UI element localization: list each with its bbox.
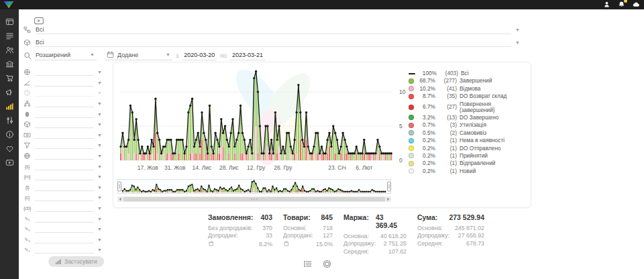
status-filter-select[interactable]: Всі ▼ bbox=[23, 25, 520, 34]
list-view-icon[interactable] bbox=[303, 260, 312, 268]
filter-select-package[interactable]: ▼ bbox=[23, 119, 102, 130]
filter-select-orgchart[interactable]: ▼ bbox=[23, 99, 102, 109]
legend-item-1[interactable]: 68.7%(277)Завершений bbox=[409, 78, 525, 84]
filter-select-pencil-1[interactable]: ✎₁▼ bbox=[23, 213, 102, 224]
legend-percent: 6.7% bbox=[417, 104, 435, 110]
chart-range-navigator[interactable] bbox=[117, 179, 392, 203]
filter-select-pencil-2[interactable]: ✎₂▼ bbox=[23, 224, 102, 235]
search-icon[interactable] bbox=[23, 52, 32, 60]
summary-title: Сума: bbox=[417, 213, 437, 221]
chevron-down-icon: ▼ bbox=[97, 112, 102, 117]
profile-icon[interactable] bbox=[603, 1, 610, 8]
summary-stats: Замовлення:403Без допродажів:370Допродан… bbox=[208, 213, 484, 255]
legend-item-6[interactable]: 0.7%(3)Утилізація bbox=[409, 122, 525, 128]
filter-select-fingerprint[interactable]: ▼ bbox=[23, 109, 102, 119]
product-filter-select[interactable]: Всі ▼ bbox=[23, 38, 520, 47]
filter-select-field-s[interactable]: {s}▼ bbox=[23, 161, 102, 172]
legend-swatch bbox=[409, 115, 414, 120]
legend-count: (1) bbox=[438, 153, 457, 159]
summary-column-2: Товари:845Основні:718Допродані:12715.0% bbox=[283, 213, 333, 255]
pencil-1-icon: ✎₁ bbox=[23, 216, 32, 222]
date-to-input[interactable]: 2023-03-21 bbox=[230, 51, 265, 60]
legend-swatch bbox=[409, 138, 414, 144]
search-mode-value: Розширений bbox=[36, 52, 70, 58]
filter-select-globe[interactable]: ▼ bbox=[23, 151, 102, 162]
chevron-down-icon: ▼ bbox=[97, 133, 102, 137]
sidebar-item-stats[interactable] bbox=[3, 102, 16, 111]
legend-swatch bbox=[409, 78, 414, 84]
apply-button-label: Застосувати bbox=[64, 258, 97, 265]
notifications-bell-icon[interactable] bbox=[618, 1, 625, 8]
search-mode-select[interactable]: Розширений ▼ bbox=[35, 51, 97, 60]
filter-select-field-m[interactable]: {m}▼ bbox=[23, 172, 102, 182]
navigator-right-handle bbox=[388, 182, 391, 191]
sidebar-item-bank[interactable] bbox=[3, 60, 16, 68]
main-sidebar bbox=[0, 9, 19, 279]
legend-item-8[interactable]: 0.2%(1)Нема в наявності bbox=[409, 137, 525, 144]
svg-text:6. Лют: 6. Лют bbox=[356, 164, 372, 171]
sidebar-item-sliders[interactable] bbox=[3, 116, 16, 125]
legend-item-0[interactable]: 100%(403)Всі bbox=[409, 70, 525, 76]
pencil-3-icon: ✎₃ bbox=[23, 237, 32, 243]
summary-value: 273 529.94 bbox=[449, 213, 484, 221]
date-from-input[interactable]: 2020-03-20 bbox=[182, 51, 217, 60]
legend-label: Новий bbox=[460, 168, 476, 174]
banknote-icon bbox=[23, 131, 32, 139]
package-icon bbox=[23, 39, 32, 46]
chart-legend: 100%(403)Всі68.7%(277)Завершений10.2%(41… bbox=[409, 70, 525, 174]
sidebar-item-orders[interactable] bbox=[3, 32, 16, 40]
summary-sub-label: Основна: bbox=[343, 233, 369, 239]
legend-label: Всі bbox=[461, 70, 469, 76]
globe-icon bbox=[23, 152, 32, 160]
summary-sub-label: Без допродажів: bbox=[208, 225, 252, 231]
field-t-icon: {t} bbox=[23, 184, 32, 190]
filter-select-field-c[interactable]: {c}▼ bbox=[23, 192, 102, 203]
sidebar-item-info[interactable] bbox=[3, 130, 16, 139]
sidebar-item-video[interactable] bbox=[3, 158, 16, 167]
bag-icon bbox=[208, 240, 215, 247]
filter-select-field-t[interactable]: {t}▼ bbox=[23, 182, 102, 193]
sidebar-item-cart[interactable] bbox=[3, 74, 16, 82]
brand-logo-icon[interactable] bbox=[3, 1, 15, 10]
filter-select-funnel[interactable]: ▼ bbox=[23, 140, 102, 151]
svg-text:12. Гру: 12. Гру bbox=[247, 164, 266, 171]
topbar-icons bbox=[603, 1, 640, 8]
filter-select-pencil-4[interactable]: ✎₄▼ bbox=[23, 245, 102, 256]
legend-item-2[interactable]: 10.2%(41)Відмова bbox=[409, 86, 525, 92]
legend-percent: 0.7% bbox=[417, 122, 435, 128]
cloud-icon[interactable] bbox=[633, 1, 640, 8]
legend-label: DO Отправлено bbox=[460, 146, 501, 152]
summary-sub-value: 33 bbox=[266, 232, 272, 239]
chevron-down-icon: ▼ bbox=[97, 217, 102, 221]
legend-item-5[interactable]: 3.2%(13)DO Завершено bbox=[409, 115, 525, 121]
legend-item-9[interactable]: 0.2%(1)DO Отправлено bbox=[409, 146, 525, 152]
sidebar-item-megaphone[interactable] bbox=[3, 88, 16, 97]
sidebar-item-clients[interactable] bbox=[3, 46, 16, 54]
legend-item-4[interactable]: 6.7%(27)Повернення (завершений) bbox=[409, 101, 525, 113]
legend-label: Завершений bbox=[460, 78, 492, 84]
filter-select-banknote[interactable]: ▼ bbox=[23, 130, 102, 141]
filter-select-scales[interactable]: ▼ bbox=[23, 78, 102, 89]
filter-select-helm[interactable]: ▼ bbox=[23, 67, 102, 78]
chevron-down-icon: ▼ bbox=[97, 101, 102, 106]
filter-select-pencil-3[interactable]: ✎₃▼ bbox=[23, 235, 102, 245]
legend-item-7[interactable]: 0.5%(2)Самовивіз bbox=[409, 130, 525, 136]
legend-item-11[interactable]: 0.2%(1)Відправлений bbox=[409, 160, 525, 166]
summary-value: 43 369.45 bbox=[376, 213, 407, 229]
legend-swatch bbox=[409, 161, 414, 166]
package-view-icon[interactable] bbox=[323, 260, 331, 268]
sidebar-item-dashboard[interactable] bbox=[3, 17, 16, 26]
date-field-select[interactable]: Додане ▼ bbox=[105, 50, 172, 60]
scales-icon bbox=[23, 79, 32, 87]
apply-button[interactable]: Застосувати bbox=[48, 256, 104, 267]
legend-percent: 100% bbox=[418, 70, 437, 76]
orders-timeseries-chart[interactable]: 051017. Жов31. Жов14. Лис28. Лис12. Гру2… bbox=[117, 66, 410, 175]
sidebar-item-partners[interactable] bbox=[3, 144, 16, 153]
chevron-down-icon: ▼ bbox=[97, 122, 102, 127]
legend-item-12[interactable]: 0.2%(1)Новий bbox=[409, 168, 525, 174]
legend-item-10[interactable]: 0.2%(1)Прийнятий bbox=[409, 153, 525, 159]
chevron-down-icon: ▼ bbox=[97, 206, 102, 211]
legend-item-3[interactable]: 8.7%(35)DO Возврат склад bbox=[409, 93, 525, 99]
field-c-icon: {c} bbox=[23, 194, 32, 201]
filter-select-field-cb[interactable]: {cb}▼ bbox=[23, 203, 102, 214]
